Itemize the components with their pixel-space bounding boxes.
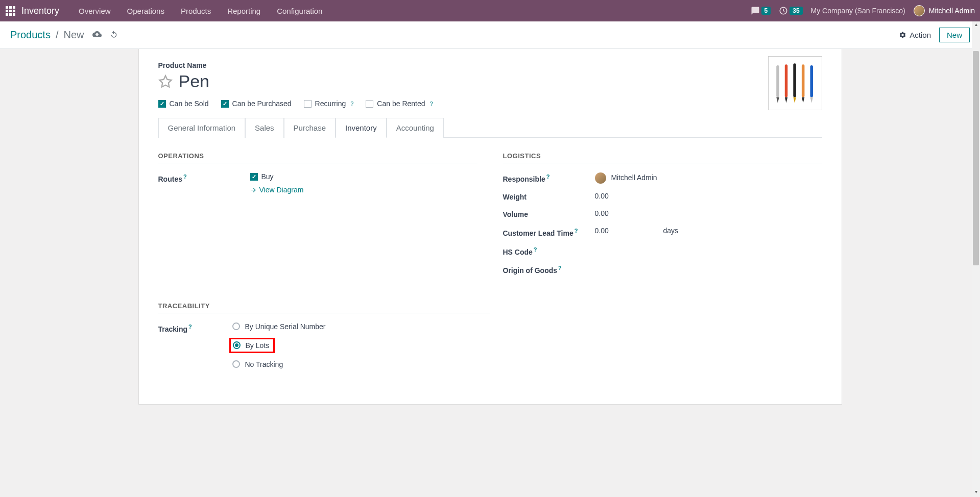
scrollbar[interactable]: ▴ ▾ <box>972 21 980 405</box>
form-columns: OPERATIONS Routes? Buy View Di <box>158 152 822 283</box>
tracking-none-radio[interactable]: No Tracking <box>232 360 490 368</box>
recurring-checkbox[interactable]: Recurring ? <box>304 100 354 108</box>
tab-general-information[interactable]: General Information <box>158 118 246 138</box>
tracking-serial-radio[interactable]: By Unique Serial Number <box>232 322 490 331</box>
nav-operations[interactable]: Operations <box>120 4 172 18</box>
messages-indicator[interactable]: 5 <box>751 6 771 15</box>
can-be-rented-label: Can be Rented <box>377 100 425 108</box>
checkbox-icon <box>366 100 373 108</box>
checkbox-icon <box>158 100 166 108</box>
scrollbar-thumb[interactable] <box>973 51 979 265</box>
radio-icon <box>233 341 241 349</box>
can-be-purchased-label: Can be Purchased <box>232 100 292 108</box>
avatar <box>914 5 925 16</box>
breadcrumb-sep: / <box>56 29 59 41</box>
nav-configuration[interactable]: Configuration <box>270 4 329 18</box>
can-be-sold-checkbox[interactable]: Can be Sold <box>158 100 209 108</box>
topbar: Inventory Overview Operations Products R… <box>0 0 980 21</box>
routes-value: Buy View Diagram <box>250 172 477 195</box>
product-image[interactable] <box>768 56 822 110</box>
traceability-title: TRACEABILITY <box>158 302 490 313</box>
help-icon[interactable]: ? <box>558 265 562 271</box>
help-icon[interactable]: ? <box>430 101 433 107</box>
operations-title: OPERATIONS <box>158 152 477 163</box>
help-icon[interactable]: ? <box>188 324 192 330</box>
responsible-field[interactable]: Mitchell Admin <box>595 172 822 184</box>
messages-badge: 5 <box>761 7 771 15</box>
origin-label: Origin of Goods? <box>503 264 595 275</box>
svg-marker-10 <box>810 97 813 103</box>
user-menu[interactable]: Mitchell Admin <box>914 5 975 16</box>
clock-icon <box>779 6 788 15</box>
discard-icon[interactable] <box>110 30 118 40</box>
svg-marker-6 <box>793 97 796 103</box>
breadcrumb-current: New <box>64 29 84 41</box>
new-button[interactable]: New <box>939 28 970 42</box>
origin-row: Origin of Goods? <box>503 264 822 275</box>
logistics-title: LOGISTICS <box>503 152 822 163</box>
traceability-section: TRACEABILITY Tracking? By Unique Serial … <box>158 302 490 376</box>
nav-links: Overview Operations Products Reporting C… <box>71 4 750 18</box>
activities-indicator[interactable]: 35 <box>779 6 802 15</box>
lead-time-field[interactable]: 0.00 days <box>595 227 822 235</box>
scroll-up-arrow[interactable]: ▴ <box>972 21 980 30</box>
svg-marker-8 <box>801 97 804 103</box>
svg-rect-1 <box>776 65 779 97</box>
weight-label: Weight <box>503 192 595 201</box>
buy-label: Buy <box>261 172 274 181</box>
help-icon[interactable]: ? <box>350 101 353 107</box>
svg-rect-5 <box>793 63 796 97</box>
cloud-save-icon[interactable] <box>92 30 102 41</box>
chat-icon <box>751 6 760 15</box>
nav-overview[interactable]: Overview <box>71 4 118 18</box>
routes-label: Routes? <box>158 172 250 183</box>
responsible-label: Responsible? <box>503 172 595 183</box>
favorite-star-icon[interactable] <box>158 74 173 89</box>
svg-marker-4 <box>784 97 787 103</box>
help-icon[interactable]: ? <box>534 246 537 253</box>
product-name-input[interactable]: Pen <box>179 71 210 91</box>
weight-row: Weight 0.00 <box>503 192 822 201</box>
action-dropdown[interactable]: Action <box>899 31 931 39</box>
breadcrumb-parent[interactable]: Products <box>10 29 51 41</box>
nav-reporting[interactable]: Reporting <box>220 4 268 18</box>
checkbox-icon <box>304 100 312 108</box>
view-diagram-link[interactable]: View Diagram <box>250 186 304 194</box>
nav-products[interactable]: Products <box>174 4 218 18</box>
recurring-label: Recurring <box>315 100 346 108</box>
product-name-label: Product Name <box>158 61 822 69</box>
help-icon[interactable]: ? <box>183 173 187 180</box>
activities-badge: 35 <box>790 7 802 15</box>
apps-icon[interactable] <box>5 6 15 16</box>
company-selector[interactable]: My Company (San Francisco) <box>811 7 905 15</box>
hs-code-label: HS Code? <box>503 245 595 256</box>
can-be-rented-checkbox[interactable]: Can be Rented ? <box>366 100 433 108</box>
volume-label: Volume <box>503 209 595 218</box>
weight-field[interactable]: 0.00 <box>595 192 822 200</box>
lead-time-label: Customer Lead Time? <box>503 227 595 237</box>
logistics-column: LOGISTICS Responsible? Mitchell Admin We… <box>503 152 822 283</box>
avatar <box>595 172 606 184</box>
help-icon[interactable]: ? <box>575 228 578 234</box>
tab-accounting[interactable]: Accounting <box>387 118 444 138</box>
tracking-lots-radio[interactable]: By Lots <box>233 341 270 350</box>
tab-sales[interactable]: Sales <box>245 118 284 138</box>
tabs: General Information Sales Purchase Inven… <box>158 118 822 138</box>
volume-field[interactable]: 0.00 <box>595 209 822 217</box>
content-wrap: Product Name Pen Can be Sold Can be Purc… <box>0 49 980 405</box>
svg-rect-3 <box>784 64 787 97</box>
tab-inventory[interactable]: Inventory <box>336 118 387 138</box>
breadcrumb: Products / New <box>10 29 118 41</box>
product-flags: Can be Sold Can be Purchased Recurring ?… <box>158 100 822 108</box>
help-icon[interactable]: ? <box>546 173 550 180</box>
route-buy-checkbox[interactable]: Buy <box>250 172 477 181</box>
topbar-right: 5 35 My Company (San Francisco) Mitchell… <box>751 5 975 16</box>
hs-code-row: HS Code? <box>503 245 822 256</box>
tab-purchase[interactable]: Purchase <box>284 118 336 138</box>
tracking-options: By Unique Serial Number By Lots No Track… <box>232 322 490 376</box>
app-brand[interactable]: Inventory <box>21 6 59 16</box>
can-be-purchased-checkbox[interactable]: Can be Purchased <box>221 100 292 108</box>
radio-icon <box>232 360 240 368</box>
pens-illustration <box>772 60 819 107</box>
svg-marker-11 <box>159 76 171 87</box>
